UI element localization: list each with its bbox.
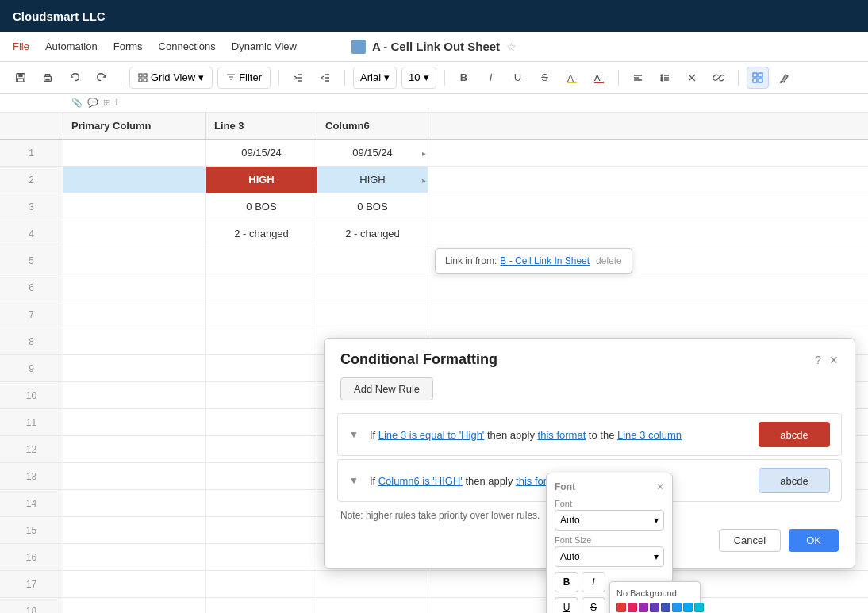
cell-9-line3[interactable] (206, 355, 317, 381)
cell-11-line3[interactable] (206, 409, 317, 435)
cell-10-primary[interactable] (63, 382, 206, 408)
menu-file[interactable]: File (13, 40, 29, 52)
cell-10-line3[interactable] (206, 382, 317, 408)
cell-17-primary[interactable] (63, 571, 206, 597)
grid-icon[interactable]: ⊞ (103, 98, 110, 108)
menu-automation[interactable]: Automation (45, 40, 98, 52)
col-header-primary[interactable]: Primary Column (63, 113, 206, 139)
cell-18-line3[interactable] (206, 598, 317, 613)
cell-12-line3[interactable] (206, 436, 317, 462)
color-cell[interactable] (616, 603, 626, 612)
link-in-sheet-link[interactable]: B - Cell Link In Sheet (500, 255, 590, 266)
cell-2-col6[interactable]: HIGH ▸ (317, 167, 428, 193)
cell-15-primary[interactable] (63, 517, 206, 543)
bold-toggle[interactable]: B (555, 572, 578, 592)
font-popup-close[interactable]: ✕ (656, 481, 664, 492)
align-left-button[interactable] (627, 67, 649, 89)
cell-4-primary[interactable] (63, 220, 206, 247)
cell-12-primary[interactable] (63, 436, 206, 462)
add-new-rule-button[interactable]: Add New Rule (340, 377, 433, 400)
cell-3-line3[interactable]: 0 BOS (206, 193, 317, 220)
cell-7-line3[interactable] (206, 301, 317, 328)
text-color-button[interactable]: A (588, 67, 610, 89)
highlight-button[interactable]: A (561, 67, 583, 89)
close-icon[interactable]: ✕ (829, 354, 839, 366)
cell-7-primary[interactable] (63, 301, 206, 328)
cell-8-line3[interactable] (206, 328, 317, 354)
cell-16-line3[interactable] (206, 544, 317, 570)
cell-18-col6[interactable] (317, 598, 428, 613)
cell-5-col6[interactable] (317, 247, 428, 274)
cell-14-line3[interactable] (206, 490, 317, 516)
cell-13-primary[interactable] (63, 463, 206, 489)
cell-3-primary[interactable] (63, 193, 206, 220)
cancel-button[interactable]: Cancel (719, 529, 781, 552)
cell-14-primary[interactable] (63, 490, 206, 516)
color-cell[interactable] (650, 603, 659, 612)
color-cell[interactable] (639, 603, 648, 612)
list-button[interactable] (654, 67, 676, 89)
cf-rule-2-field[interactable]: Column6 is 'HIGH' (378, 475, 463, 487)
cell-11-primary[interactable] (63, 409, 206, 435)
cell-5-primary[interactable] (63, 247, 206, 274)
cell-1-line3[interactable]: 09/15/24 (206, 140, 317, 166)
help-icon[interactable]: ? (815, 354, 821, 366)
cf-rule-1-expand[interactable]: ▼ (349, 429, 359, 440)
italic-toggle[interactable]: I (582, 572, 605, 592)
grid-format-button[interactable] (747, 67, 769, 89)
paint-button[interactable] (774, 67, 796, 89)
outdent-button[interactable] (287, 67, 309, 89)
cell-2-primary[interactable] (63, 167, 206, 193)
cell-15-line3[interactable] (206, 517, 317, 543)
color-cell[interactable] (672, 603, 682, 612)
cell-5-line3[interactable] (206, 247, 317, 274)
cf-rule-1-target[interactable]: Line 3 column (617, 429, 682, 441)
cell-16-primary[interactable] (63, 544, 206, 570)
color-cell[interactable] (694, 603, 704, 612)
strikethrough-button[interactable]: S (534, 67, 556, 89)
cell-9-primary[interactable] (63, 355, 206, 381)
clear-button[interactable] (681, 67, 703, 89)
comment-icon[interactable]: 💬 (87, 98, 98, 108)
cell-1-primary[interactable] (63, 140, 206, 166)
font-size-dropdown[interactable]: Auto ▾ (555, 546, 664, 567)
cf-rule-2-preview[interactable]: abcde (759, 468, 830, 493)
strikethrough-toggle[interactable]: S (582, 597, 605, 613)
cf-rule-2-expand[interactable]: ▼ (349, 475, 359, 486)
grid-view-button[interactable]: Grid View ▾ (129, 67, 213, 89)
cf-rule-1-field[interactable]: Line 3 is equal to 'High' (378, 429, 485, 441)
link-button[interactable] (708, 67, 730, 89)
font-family-dropdown[interactable]: Auto ▾ (555, 510, 664, 531)
save-button[interactable] (10, 67, 32, 89)
underline-toggle[interactable]: U (555, 597, 578, 613)
font-dropdown[interactable]: Arial ▾ (353, 67, 397, 89)
menu-dynamic-view[interactable]: Dynamic View (232, 40, 297, 52)
cell-4-line3[interactable]: 2 - changed (206, 220, 317, 247)
col-header-line3[interactable]: Line 3 (206, 113, 317, 139)
cell-13-line3[interactable] (206, 463, 317, 489)
color-cell[interactable] (683, 603, 693, 612)
cell-4-col6[interactable]: 2 - changed (317, 220, 428, 247)
bold-button[interactable]: B (453, 67, 475, 89)
ok-button[interactable]: OK (789, 529, 839, 552)
delete-link[interactable]: delete (596, 255, 622, 266)
col-header-col6[interactable]: Column6 (317, 113, 428, 139)
italic-button[interactable]: I (480, 67, 502, 89)
cell-6-line3[interactable] (206, 274, 317, 301)
cf-rule-1-preview[interactable]: abcde (759, 422, 830, 447)
cell-7-col6[interactable] (317, 301, 428, 328)
print-button[interactable] (36, 67, 59, 89)
color-cell[interactable] (628, 603, 637, 612)
cell-3-col6[interactable]: 0 BOS (317, 193, 428, 220)
underline-button[interactable]: U (507, 67, 529, 89)
attachment-icon[interactable]: 📎 (71, 98, 83, 108)
cell-1-col6[interactable]: 09/15/24 ▸ (317, 140, 428, 166)
menu-connections[interactable]: Connections (159, 40, 216, 52)
cell-2-line3[interactable]: HIGH (206, 167, 317, 193)
star-icon[interactable]: ☆ (506, 40, 517, 53)
color-cell[interactable] (661, 603, 670, 612)
cell-17-line3[interactable] (206, 571, 317, 597)
cell-18-primary[interactable] (63, 598, 206, 613)
size-dropdown[interactable]: 10 ▾ (401, 67, 436, 89)
indent-button[interactable] (314, 67, 336, 89)
